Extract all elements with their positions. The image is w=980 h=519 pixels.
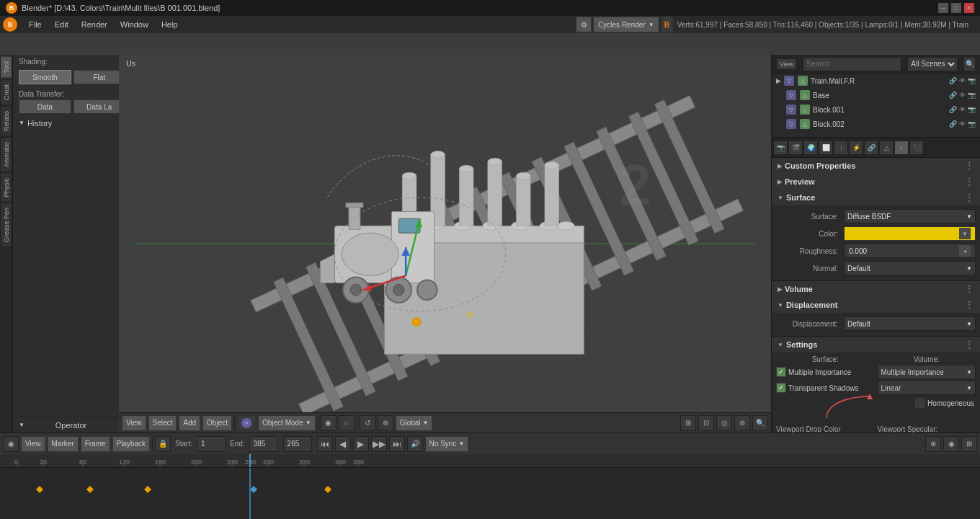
edit-menu[interactable]: Edit (49, 19, 74, 30)
help-menu[interactable]: Help (156, 19, 184, 30)
visibility-icon-base[interactable]: 👁 (959, 92, 966, 99)
props-icon-object[interactable]: ⬜ (819, 141, 833, 155)
props-icon-data[interactable]: △ (879, 141, 894, 155)
vtab-physic[interactable]: Physic (0, 173, 12, 203)
preview-menu[interactable]: ⋮ (964, 176, 974, 187)
linear-select[interactable]: Linear ▼ (878, 381, 976, 395)
outliner-row-block002[interactable]: ▽ △ Block.002 🔗 👁 📷 (772, 117, 980, 131)
settings-header[interactable]: ▼ Settings ⋮ (772, 337, 980, 352)
surface-select[interactable]: Diffuse BSDF ▼ (844, 209, 976, 223)
timeline-marker-btn[interactable]: Marker (48, 436, 79, 452)
outliner-search-button[interactable]: 🔍 (963, 57, 976, 71)
tl-extra-btn2[interactable]: ◉ (943, 436, 959, 452)
outliner-view-button[interactable]: View (776, 58, 797, 70)
tl-extra-btn3[interactable]: ⊞ (961, 436, 977, 452)
timeline-frame-btn[interactable]: Frame (81, 436, 110, 452)
props-icon-world[interactable]: 🌍 (803, 141, 818, 155)
start-frame-input[interactable]: 1 (197, 436, 226, 452)
volume-menu[interactable]: ⋮ (964, 283, 974, 295)
viewport-btn-extra4[interactable]: ⊚ (734, 415, 750, 431)
object-mode-selector[interactable]: Object Mode ▼ (258, 415, 316, 431)
visibility-icon[interactable]: 👁 (959, 77, 966, 84)
timeline-view-icon[interactable]: ◉ (3, 436, 19, 452)
add-button[interactable]: Add (179, 415, 200, 431)
prev-frame-btn[interactable]: ◀ (335, 436, 351, 452)
object-button[interactable]: Object (202, 415, 232, 431)
props-icon-particles[interactable]: ⁝ (834, 141, 848, 155)
render-icon-b2[interactable]: 📷 (968, 120, 976, 128)
jump-end-btn[interactable]: ⏭ (389, 436, 405, 452)
color-picker-button[interactable]: ▼ (959, 228, 971, 239)
roughness-adjust-button[interactable]: ◂ (959, 245, 971, 257)
minimize-button[interactable]: ─ (938, 3, 948, 13)
props-icon-material[interactable]: ○ (894, 141, 909, 155)
render-icon-b1[interactable]: 📷 (968, 106, 976, 113)
view-search-btn[interactable]: 🔍 (752, 415, 768, 431)
smooth-button[interactable]: Smooth (19, 70, 71, 84)
viewport-solid-btn[interactable]: ○ (339, 415, 355, 431)
transform-orient-btn[interactable]: ↺ (360, 415, 375, 431)
custom-props-menu[interactable]: ⋮ (964, 160, 974, 172)
volume-header[interactable]: ▶ Volume ⋮ (772, 281, 980, 297)
multiple-importance-checkbox[interactable]: ✓ (776, 367, 786, 377)
engine-icon[interactable]: ⚙ (576, 17, 592, 32)
main-viewport[interactable]: User Ortho Blue (119, 55, 771, 432)
render-icon-base[interactable]: 📷 (968, 92, 976, 99)
sync-selector[interactable]: No Sync ▼ (425, 436, 469, 452)
timeline-view-btn[interactable]: View (21, 436, 45, 452)
viewport-btn-extra3[interactable]: ◎ (716, 415, 732, 431)
displacement-select[interactable]: Default ▼ (844, 316, 976, 331)
frame-lock-btn[interactable]: 🔒 (155, 436, 171, 452)
displacement-menu[interactable]: ⋮ (964, 299, 974, 311)
outliner-scene-selector[interactable]: All Scenes (907, 57, 958, 71)
props-icon-texture[interactable]: ⬛ (909, 141, 924, 155)
homogeneous-checkbox[interactable] (915, 398, 925, 408)
custom-properties-header[interactable]: ▶ Custom Properties ⋮ (772, 158, 980, 174)
settings-menu[interactable]: ⋮ (964, 339, 974, 350)
history-header[interactable]: ▼ History ⋮ (19, 118, 125, 128)
props-icon-constraints[interactable]: 🔗 (864, 141, 878, 155)
vtab-relatio[interactable]: Relatio (0, 106, 12, 136)
render-menu[interactable]: Render (76, 19, 113, 30)
viewport-btn-extra1[interactable]: ⊞ (680, 415, 696, 431)
global-selector[interactable]: Global ▼ (396, 415, 433, 431)
data-la-button[interactable]: Data La (74, 99, 126, 114)
props-icon-physics[interactable]: ⚡ (849, 141, 863, 155)
viewport-mode-icon[interactable]: ○ (237, 415, 256, 431)
outliner-search-input[interactable] (803, 57, 901, 71)
surface-header[interactable]: ▼ Surface ⋮ (772, 190, 980, 205)
props-icon-render[interactable]: 📷 (773, 141, 788, 155)
end-frame-input[interactable]: 385 (249, 436, 278, 452)
window-menu[interactable]: Window (115, 19, 154, 30)
vtab-creat[interactable]: Creat (0, 79, 12, 105)
volume-importance-select[interactable]: Multiple Importance ▼ (878, 365, 976, 379)
viewport-shading-btn[interactable]: ◉ (321, 415, 337, 431)
vtab-tool[interactable]: Tool (0, 56, 12, 79)
data-button[interactable]: Data (19, 99, 71, 114)
audio-btn[interactable]: 🔊 (407, 436, 423, 452)
transform-manipulator-btn[interactable]: ⊕ (378, 415, 393, 431)
current-frame-input[interactable]: 265 (283, 436, 312, 452)
file-menu[interactable]: File (23, 19, 48, 30)
props-icon-scene[interactable]: 🎬 (788, 141, 803, 155)
transparent-shadows-checkbox[interactable]: ✓ (776, 383, 786, 393)
color-swatch[interactable]: ▼ (844, 226, 976, 241)
outliner-row-base[interactable]: ▽ △ Base 🔗 👁 📷 (772, 88, 980, 102)
close-button[interactable]: ✕ (964, 3, 974, 13)
blender-icon-btn[interactable]: B (661, 17, 673, 32)
vtab-grease-pen[interactable]: Grease Pen (0, 203, 12, 247)
view-button[interactable]: View (122, 415, 146, 431)
engine-selector[interactable]: Cycles Render ▼ (593, 17, 659, 32)
outliner-row-block001[interactable]: ▽ △ Block.001 🔗 👁 📷 (772, 102, 980, 117)
displacement-header[interactable]: ▼ Displacement ⋮ (772, 297, 980, 313)
flat-button[interactable]: Flat (74, 70, 126, 84)
surface-menu[interactable]: ⋮ (964, 192, 974, 203)
timeline-playback-btn[interactable]: Playback (112, 436, 151, 452)
jump-start-btn[interactable]: ⏮ (317, 436, 333, 452)
select-button[interactable]: Select (148, 415, 177, 431)
normal-select[interactable]: Default ▼ (844, 261, 976, 275)
render-icon[interactable]: 📷 (968, 77, 976, 84)
play-btn[interactable]: ▶ (353, 436, 369, 452)
roughness-field[interactable]: 0.000 ◂ (844, 244, 976, 258)
viewport-btn-extra2[interactable]: ⊡ (698, 415, 714, 431)
